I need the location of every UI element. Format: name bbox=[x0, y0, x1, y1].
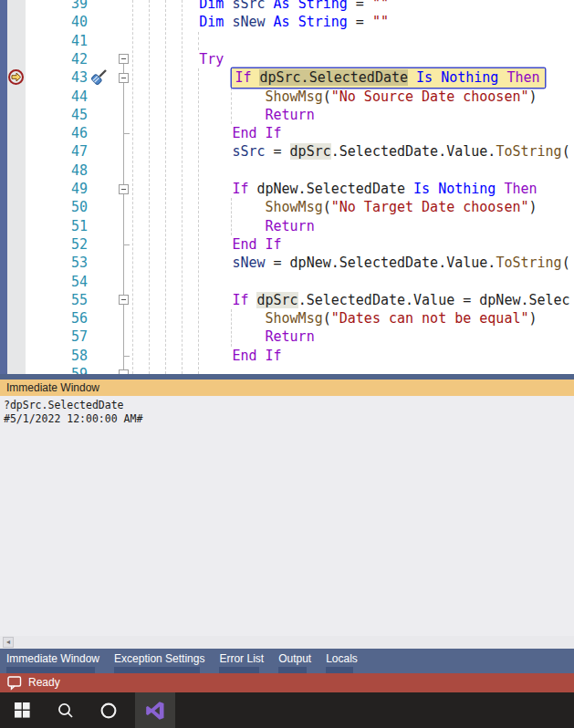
code-line-59[interactable]: 59 bbox=[0, 365, 574, 374]
code-text: ShowMsg("Dates can not be equal") bbox=[133, 309, 537, 328]
code-line-51[interactable]: 51 Return bbox=[0, 217, 574, 236]
code-line-54[interactable]: 54 bbox=[0, 273, 574, 292]
fold-collapse-icon[interactable] bbox=[119, 184, 129, 194]
tab-underline bbox=[114, 667, 200, 673]
code-line-53[interactable]: 53 sNew = dpNew.SelectedDate.Value.ToStr… bbox=[0, 254, 574, 273]
screwdriver-icon bbox=[90, 68, 109, 86]
immediate-window-text: ?dpSrc.SelectedDate #5/1/2022 12:00:00 A… bbox=[0, 396, 574, 426]
current-statement-highlight: If dpSrc.SelectedDate Is Nothing Then bbox=[232, 68, 544, 88]
line-number[interactable]: 45 bbox=[26, 106, 88, 124]
line-number[interactable]: 41 bbox=[26, 32, 88, 50]
horizontal-scrollbar[interactable]: ◂ bbox=[0, 636, 574, 649]
status-bar: Ready bbox=[0, 673, 574, 692]
code-line-52[interactable]: 52 End If bbox=[0, 235, 574, 255]
code-line-46[interactable]: 46 End If bbox=[0, 124, 574, 143]
line-number[interactable]: 58 bbox=[26, 347, 88, 365]
code-text: Return bbox=[133, 106, 315, 124]
line-number[interactable]: 44 bbox=[26, 88, 88, 106]
code-line-41[interactable]: 41 bbox=[0, 32, 574, 51]
line-number[interactable]: 42 bbox=[26, 50, 88, 68]
line-number[interactable]: 56 bbox=[26, 309, 88, 328]
line-number[interactable]: 53 bbox=[26, 254, 88, 272]
code-line-45[interactable]: 45 Return bbox=[0, 106, 574, 125]
scroll-left-arrow-icon[interactable]: ◂ bbox=[3, 637, 14, 648]
immediate-window-titlebar[interactable]: Immediate Window bbox=[0, 380, 574, 396]
fold-collapse-icon[interactable] bbox=[119, 369, 129, 375]
tab-output[interactable]: Output bbox=[278, 649, 311, 673]
code-line-44[interactable]: 44 ShowMsg("No Source Date choosen") bbox=[0, 88, 574, 107]
code-line-55[interactable]: 55 If dpSrc.SelectedDate.Value = dpNew.S… bbox=[0, 291, 574, 310]
code-line-50[interactable]: 50 ShowMsg("No Target Date choosen") bbox=[0, 198, 574, 217]
code-text: sSrc = dpSrc.SelectedDate.Value.ToString… bbox=[133, 142, 570, 161]
code-line-43[interactable]: 43 If dpSrc.SelectedDate Is Nothing Then bbox=[0, 68, 574, 88]
code-text: If dpSrc.SelectedDate Is Nothing Then bbox=[133, 68, 545, 87]
execution-arrow-icon bbox=[8, 69, 24, 85]
line-number[interactable]: 54 bbox=[26, 273, 88, 291]
code-line-47[interactable]: 47 sSrc = dpSrc.SelectedDate.Value.ToStr… bbox=[0, 142, 574, 161]
tab-label: Exception Settings bbox=[114, 652, 204, 665]
line-number[interactable]: 59 bbox=[26, 365, 88, 374]
line-number[interactable]: 52 bbox=[26, 235, 88, 254]
cortana-icon[interactable] bbox=[88, 692, 130, 728]
line-number[interactable]: 39 bbox=[26, 0, 88, 13]
code-text: End If bbox=[133, 347, 282, 365]
line-number[interactable]: 50 bbox=[26, 198, 88, 216]
search-icon[interactable] bbox=[45, 692, 87, 728]
code-text: Return bbox=[133, 328, 315, 346]
line-number[interactable]: 51 bbox=[26, 217, 88, 235]
code-line-57[interactable]: 57 Return bbox=[0, 328, 574, 347]
line-number[interactable]: 55 bbox=[26, 291, 88, 309]
tab-label: Immediate Window bbox=[6, 652, 99, 665]
line-number[interactable]: 46 bbox=[26, 124, 88, 142]
code-line-49[interactable]: 49 If dpNew.SelectedDate Is Nothing Then bbox=[0, 180, 574, 199]
tab-label: Error List bbox=[219, 652, 264, 665]
tab-immediate-window[interactable]: Immediate Window bbox=[6, 649, 99, 673]
windows-start-icon[interactable] bbox=[1, 692, 43, 728]
code-line-56[interactable]: 56 ShowMsg("Dates can not be equal") bbox=[0, 309, 574, 328]
current-statement-breakpoint-icon[interactable] bbox=[8, 69, 24, 85]
fold-collapse-icon[interactable] bbox=[119, 73, 129, 83]
tab-underline bbox=[326, 667, 353, 673]
code-line-58[interactable]: 58 End If bbox=[0, 347, 574, 366]
windows-taskbar bbox=[0, 692, 574, 728]
code-text: If dpNew.SelectedDate Is Nothing Then bbox=[133, 180, 537, 198]
tab-exception-settings[interactable]: Exception Settings bbox=[114, 649, 204, 673]
code-line-39[interactable]: 39 Dim sSrc As String = "" bbox=[0, 0, 574, 14]
visual-studio-window: 39 Dim sSrc As String = ""40 Dim sNew As… bbox=[0, 0, 574, 728]
line-number[interactable]: 49 bbox=[26, 180, 88, 198]
code-line-42[interactable]: 42 Try bbox=[0, 50, 574, 69]
tab-label: Output bbox=[278, 652, 311, 665]
status-ready-label: Ready bbox=[28, 673, 60, 692]
tab-underline bbox=[6, 667, 95, 673]
immediate-window-title: Immediate Window bbox=[6, 381, 99, 394]
code-text: Dim sSrc As String = "" bbox=[133, 0, 389, 13]
code-line-48[interactable]: 48 bbox=[0, 161, 574, 181]
tool-window-tabstrip: Immediate WindowException SettingsError … bbox=[0, 649, 574, 673]
code-text: End If bbox=[133, 235, 282, 254]
code-line-40[interactable]: 40 Dim sNew As String = "" bbox=[0, 13, 574, 32]
code-text: Return bbox=[133, 217, 315, 235]
code-text: Dim sNew As String = "" bbox=[133, 13, 389, 31]
code-text: Try bbox=[133, 50, 224, 68]
code-text: If dpSrc.SelectedDate.Value = dpNew.Sele… bbox=[133, 291, 570, 309]
fold-collapse-icon[interactable] bbox=[119, 295, 129, 305]
tab-locals[interactable]: Locals bbox=[326, 649, 358, 673]
fold-collapse-icon[interactable] bbox=[119, 54, 129, 64]
feedback-icon[interactable] bbox=[7, 676, 23, 691]
tab-label: Locals bbox=[326, 652, 358, 665]
immediate-window-content[interactable]: ?dpSrc.SelectedDate #5/1/2022 12:00:00 A… bbox=[0, 396, 574, 636]
tab-underline bbox=[278, 667, 307, 673]
line-number[interactable]: 57 bbox=[26, 328, 88, 346]
code-text: ShowMsg("No Target Date choosen") bbox=[133, 198, 537, 216]
line-number[interactable]: 40 bbox=[26, 13, 88, 31]
tab-underline bbox=[219, 667, 259, 673]
code-text: End If bbox=[133, 124, 282, 142]
code-editor[interactable]: 39 Dim sSrc As String = ""40 Dim sNew As… bbox=[0, 0, 574, 374]
tab-error-list[interactable]: Error List bbox=[219, 649, 264, 673]
code-text: sNew = dpNew.SelectedDate.Value.ToString… bbox=[133, 254, 570, 272]
code-text: ShowMsg("No Source Date choosen") bbox=[133, 88, 537, 106]
line-number[interactable]: 47 bbox=[26, 142, 88, 161]
line-number[interactable]: 43 bbox=[26, 68, 88, 87]
line-number[interactable]: 48 bbox=[26, 161, 88, 180]
visual-studio-icon[interactable] bbox=[135, 692, 175, 728]
